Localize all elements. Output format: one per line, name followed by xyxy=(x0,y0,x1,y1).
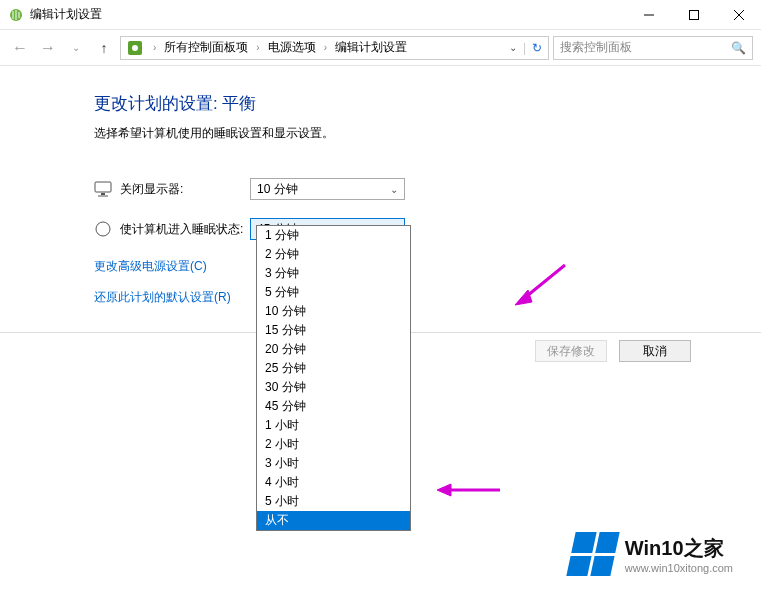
dropdown-option[interactable]: 45 分钟 xyxy=(257,397,410,416)
navbar: ← → ⌄ ↑ › 所有控制面板项 › 电源选项 › 编辑计划设置 ⌄ | ↻ … xyxy=(0,30,761,66)
watermark-title: Win10之家 xyxy=(625,535,733,562)
breadcrumb[interactable]: › 所有控制面板项 › 电源选项 › 编辑计划设置 ⌄ | ↻ xyxy=(120,36,549,60)
minimize-button[interactable] xyxy=(626,0,671,30)
up-button[interactable]: ↑ xyxy=(92,36,116,60)
dropdown-option[interactable]: 1 分钟 xyxy=(257,226,410,245)
moon-icon xyxy=(94,220,112,238)
dropdown-option[interactable]: 5 小时 xyxy=(257,492,410,511)
control-panel-icon xyxy=(127,40,143,56)
restore-defaults-link[interactable]: 还原此计划的默认设置(R) xyxy=(94,289,761,306)
annotation-arrow xyxy=(510,260,570,313)
chevron-down-icon[interactable]: ⌄ xyxy=(509,42,517,53)
window-controls xyxy=(626,0,761,30)
app-icon xyxy=(8,7,24,23)
svg-marker-14 xyxy=(437,484,451,496)
window-title: 编辑计划设置 xyxy=(30,6,626,23)
chevron-down-icon: ⌄ xyxy=(390,184,398,195)
svg-point-6 xyxy=(132,45,138,51)
search-input[interactable]: 搜索控制面板 🔍 xyxy=(553,36,753,60)
display-off-select[interactable]: 10 分钟 ⌄ xyxy=(250,178,405,200)
svg-rect-8 xyxy=(101,193,105,195)
dropdown-option[interactable]: 2 小时 xyxy=(257,435,410,454)
display-off-value: 10 分钟 xyxy=(257,181,298,198)
chevron-right-icon: › xyxy=(149,42,160,53)
forward-button: → xyxy=(36,36,60,60)
windows-logo-icon xyxy=(566,532,619,576)
cancel-button[interactable]: 取消 xyxy=(619,340,691,362)
annotation-arrow xyxy=(435,480,505,503)
dropdown-option[interactable]: 10 分钟 xyxy=(257,302,410,321)
svg-rect-7 xyxy=(95,182,111,192)
dropdown-option[interactable]: 3 分钟 xyxy=(257,264,410,283)
watermark-url: www.win10xitong.com xyxy=(625,562,733,574)
sleep-dropdown-list[interactable]: 1 分钟2 分钟3 分钟5 分钟10 分钟15 分钟20 分钟25 分钟30 分… xyxy=(256,225,411,531)
dropdown-option[interactable]: 1 小时 xyxy=(257,416,410,435)
refresh-icon[interactable]: ↻ xyxy=(532,41,542,55)
breadcrumb-item[interactable]: 所有控制面板项 xyxy=(162,39,250,56)
sleep-label: 使计算机进入睡眠状态: xyxy=(120,221,250,238)
close-button[interactable] xyxy=(716,0,761,30)
dropdown-option[interactable]: 4 小时 xyxy=(257,473,410,492)
dropdown-option[interactable]: 15 分钟 xyxy=(257,321,410,340)
dropdown-option[interactable]: 20 分钟 xyxy=(257,340,410,359)
dropdown-option[interactable]: 3 小时 xyxy=(257,454,410,473)
row-sleep: 使计算机进入睡眠状态: 45 分钟 ⌄ xyxy=(94,218,761,240)
recent-dropdown[interactable]: ⌄ xyxy=(64,36,88,60)
advanced-settings-link[interactable]: 更改高级电源设置(C) xyxy=(94,258,761,275)
titlebar: 编辑计划设置 xyxy=(0,0,761,30)
dropdown-option[interactable]: 2 分钟 xyxy=(257,245,410,264)
display-off-label: 关闭显示器: xyxy=(120,181,250,198)
search-placeholder: 搜索控制面板 xyxy=(560,39,632,56)
dropdown-option[interactable]: 从不 xyxy=(257,511,410,530)
page-subtitle: 选择希望计算机使用的睡眠设置和显示设置。 xyxy=(94,125,761,142)
save-button: 保存修改 xyxy=(535,340,607,362)
svg-rect-2 xyxy=(689,10,698,19)
search-icon: 🔍 xyxy=(731,41,746,55)
chevron-right-icon: › xyxy=(320,42,331,53)
breadcrumb-item[interactable]: 电源选项 xyxy=(266,39,318,56)
watermark: Win10之家 www.win10xitong.com xyxy=(571,532,733,576)
row-display-off: 关闭显示器: 10 分钟 ⌄ xyxy=(94,178,761,200)
back-button[interactable]: ← xyxy=(8,36,32,60)
dropdown-option[interactable]: 25 分钟 xyxy=(257,359,410,378)
maximize-button[interactable] xyxy=(671,0,716,30)
breadcrumb-item[interactable]: 编辑计划设置 xyxy=(333,39,409,56)
monitor-icon xyxy=(94,180,112,198)
page-title: 更改计划的设置: 平衡 xyxy=(94,92,761,115)
svg-point-10 xyxy=(96,222,110,236)
dropdown-option[interactable]: 5 分钟 xyxy=(257,283,410,302)
dropdown-option[interactable]: 30 分钟 xyxy=(257,378,410,397)
button-row: 保存修改 取消 xyxy=(535,340,691,362)
chevron-right-icon: › xyxy=(252,42,263,53)
